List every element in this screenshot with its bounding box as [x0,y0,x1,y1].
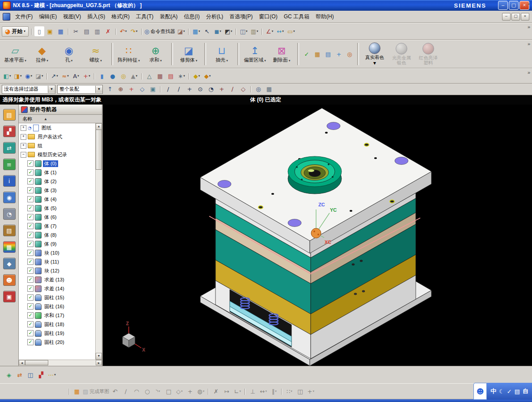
tree-feature-row[interactable]: ✓体 (8) [19,230,96,239]
tree-group-label[interactable]: 用户表达式 [36,134,63,140]
expand-icon[interactable]: + [21,134,26,140]
window-layout-icon[interactable]: ◫▾ [239,26,249,36]
scroll-right-icon[interactable]: ► [96,360,102,365]
create-in-window-icon[interactable]: ◈ [4,370,14,380]
tree-feature-row[interactable]: ✓体 (7) [19,222,96,230]
checkbox[interactable]: ✓ [27,259,34,265]
sort-ascending-icon[interactable]: ▲ [44,117,47,121]
ime-person-icon[interactable]: ☻ [473,383,487,400]
maximize-button[interactable]: ▢ [509,1,519,10]
selection-scope-combo[interactable]: 整个装配 ▼ [57,85,103,94]
tree-feature-label[interactable]: 圆柱 (15) [43,294,66,301]
swap-views-icon[interactable]: ⇄ [15,370,25,380]
open-icon[interactable]: ▣ [45,26,55,36]
tree-feature-label[interactable]: 体 (4) [43,196,58,203]
checkbox[interactable]: ✓ [27,160,34,167]
tree-feature-row[interactable]: ✓体 (2) [19,177,96,186]
plane-filter-icon[interactable]: ▣ [148,84,158,94]
thread-button[interactable]: ≈螺纹 ▾ [83,41,109,67]
toolbar-overflow-icon[interactable]: » [528,70,530,75]
checkbox[interactable]: ✓ [27,196,34,202]
expressions-icon[interactable]: ▦ [312,49,322,59]
close-inspector-icon[interactable]: ▞ [36,370,46,380]
toolbar-overflow-icon[interactable]: » [528,1,530,6]
menu-item-11[interactable]: 窗口(O) [256,12,280,21]
tree-feature-label[interactable]: 圆柱 (16) [43,303,66,310]
child-minimize-button[interactable]: – [502,13,511,21]
hd3d-tools-icon[interactable]: i [3,175,16,187]
snap-plus-icon[interactable]: + [127,84,136,94]
graphics-viewport[interactable]: ZC YC XC Z X [103,105,532,366]
snapshot-icon[interactable]: ▥▾ [249,26,259,36]
checkbox[interactable]: ✓ [27,214,34,220]
command-finder-icon[interactable]: ◎命令查找器 [144,26,175,36]
boss-small-icon[interactable]: ◪▾ [34,71,44,81]
child-window-icon[interactable] [3,13,10,21]
ime-item-2[interactable]: ☾ [499,388,504,395]
measure-distance-icon[interactable]: ↔▾ [275,26,285,36]
menu-item-12[interactable]: GC 工具箱 [281,12,312,21]
facet-body-icon[interactable]: △ [144,71,154,81]
extrude-small-icon[interactable]: ◨▾ [13,71,23,81]
tree-feature-row[interactable]: ✓求和 (17) [19,311,96,320]
erase-display-icon[interactable]: ◪▾ [176,26,186,36]
grid-snap-icon[interactable]: ▦ [264,84,274,94]
cone-tool-icon[interactable]: ▲▾ [129,71,139,81]
tree-feature-label[interactable]: 圆柱 (20) [43,339,66,346]
tree-feature-label-selected[interactable]: 体 (0) [43,160,58,167]
curve-icon[interactable]: ≈▾ [60,71,70,81]
checkbox[interactable]: ✓ [27,187,34,193]
web-browser-icon[interactable]: ◉ [3,192,16,203]
ime-item-4[interactable]: ▤ [515,388,520,395]
undo-icon[interactable]: ↶▾ [118,26,128,36]
tree-group-row[interactable]: +◔图纸 [19,123,96,132]
scroll-left-icon[interactable]: ◄ [19,360,25,365]
tree-feature-row[interactable]: ✓求差 (13) [19,275,96,284]
navigator-column-header[interactable]: 名称 ▲ [19,115,102,123]
tree-feature-row[interactable]: ✓块 (11) [19,257,96,266]
point-tool-icon[interactable]: +▾ [82,71,92,81]
tree-group-row[interactable]: −模型历史记录 [19,150,96,159]
more-options-icon[interactable]: ⋯▾ [47,370,57,380]
trim-body-button[interactable]: ◪修剪体 ▾ [176,41,202,67]
cylinder-tool-icon[interactable]: ▮ [97,71,107,81]
checkbox[interactable]: ✓ [27,169,34,176]
select-cursor-icon[interactable]: ↖ [202,26,212,36]
tree-feature-row[interactable]: ✓体 (9) [19,239,96,248]
ime-language-bar[interactable]: ☻ 中☾✓▤自 [473,383,532,400]
true-shading-button[interactable]: 真实着色▾ [362,41,388,67]
system-scenes-icon[interactable]: ▣ [3,291,16,302]
tree-feature-label[interactable]: 求和 (17) [43,312,66,319]
selection-filter-combo[interactable]: 没有选择过滤器 ▼ [2,85,55,94]
checkbox[interactable]: ✓ [27,303,34,310]
tree-feature-label[interactable]: 体 (2) [43,178,58,185]
checkbox[interactable]: ✓ [27,321,34,327]
tree-group-label[interactable]: 组 [36,142,44,149]
redo-icon[interactable]: ↷▾ [129,26,139,36]
expand-icon[interactable]: + [21,143,26,149]
tree-feature-row[interactable]: ✓体 (3) [19,186,96,195]
tree-feature-label[interactable]: 体 (5) [43,205,58,212]
child-restore-button[interactable]: ▢ [511,13,520,21]
hole-button[interactable]: ◉孔 ▾ [56,41,82,67]
type-filter-up-icon[interactable]: ↑ [105,84,115,94]
datum-plane-button[interactable]: ▱基准平面 ▾ [2,41,28,67]
locating-ring[interactable] [288,156,342,194]
toolbar-overflow-icon[interactable]: » [528,41,530,46]
ime-item-1[interactable]: 中 [490,387,496,395]
display-mode-icon[interactable]: ◩▾ [224,26,233,36]
sphere-tool-icon[interactable]: ● [108,71,118,81]
scroll-down-icon[interactable]: ▼ [96,353,102,360]
tree-feature-label[interactable]: 圆柱 (19) [43,330,66,337]
utility-tools-icon[interactable]: ∗▾ [177,71,186,81]
expressions-table-icon[interactable]: ▦ [155,71,165,81]
snap-arc-center-icon[interactable]: ⊙ [195,84,205,94]
checkbox[interactable]: ✓ [27,339,34,345]
part-navigator-icon[interactable]: ⇄ [3,142,16,154]
snap-endpoint-icon[interactable]: / [163,84,173,94]
shell-button[interactable]: ⊔抽壳 ▾ [209,41,235,67]
menu-item-8[interactable]: 信息(I) [181,12,203,21]
assembly-constraint-icon[interactable]: ◆▾ [192,71,202,81]
window-view-icon[interactable]: ◫ [25,370,35,380]
snap-midpoint-icon[interactable]: ∕ [174,84,184,94]
